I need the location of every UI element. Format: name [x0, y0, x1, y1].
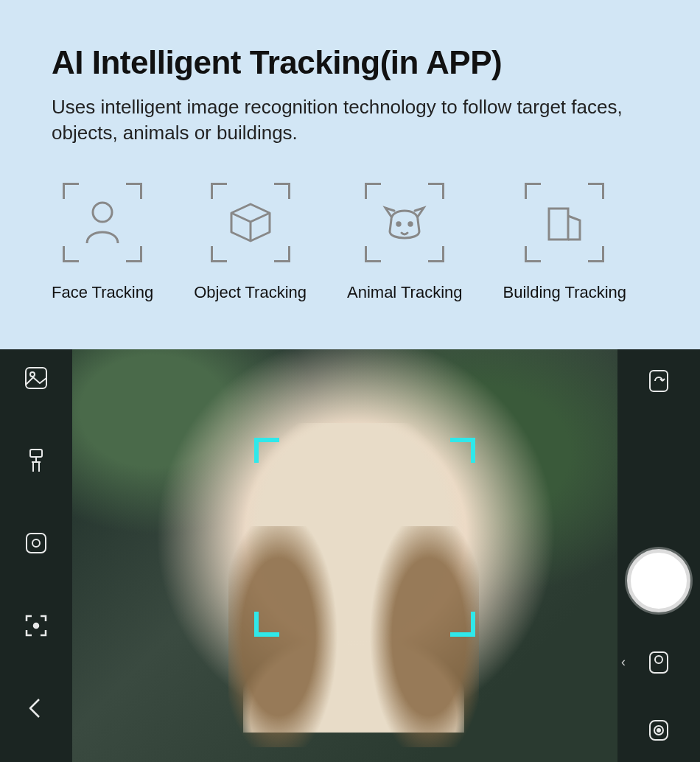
feature-row: Face Tracking Object Tracking — [52, 183, 648, 302]
svg-rect-4 — [26, 368, 46, 388]
switch-camera-icon[interactable]: ‹ — [643, 647, 674, 678]
svg-rect-3 — [549, 209, 568, 240]
gimbal-icon[interactable] — [21, 445, 52, 476]
svg-point-5 — [30, 372, 35, 377]
svg-point-2 — [409, 223, 412, 226]
svg-point-15 — [657, 729, 660, 732]
settings-camera-icon[interactable] — [643, 715, 674, 746]
left-toolbar — [0, 349, 72, 762]
svg-point-12 — [655, 656, 662, 663]
buildings-icon — [525, 183, 604, 262]
right-toolbar: ‹ — [617, 349, 700, 762]
focus-icon[interactable] — [21, 610, 52, 641]
page-description: Uses intelligent image recognition techn… — [52, 94, 626, 146]
svg-point-0 — [93, 203, 112, 222]
feature-label: Face Tracking — [52, 283, 153, 302]
feature-animal-tracking: Animal Tracking — [347, 183, 463, 302]
cube-icon — [211, 183, 290, 262]
lens-icon[interactable] — [21, 528, 52, 559]
svg-rect-6 — [30, 450, 42, 457]
shutter-button[interactable] — [627, 549, 690, 612]
feature-object-tracking: Object Tracking — [194, 183, 307, 302]
dog-icon — [365, 183, 444, 262]
feature-label: Building Tracking — [503, 283, 627, 302]
svg-rect-7 — [27, 534, 46, 553]
svg-point-1 — [397, 223, 400, 226]
camera-app-view: ‹ — [0, 349, 700, 762]
person-icon — [63, 183, 142, 262]
svg-point-9 — [34, 623, 38, 628]
feature-building-tracking: Building Tracking — [503, 183, 627, 302]
chevron-left-icon[interactable]: ‹ — [621, 654, 639, 670]
tracking-reticle — [254, 438, 475, 637]
svg-point-8 — [32, 539, 40, 547]
gallery-icon[interactable] — [21, 363, 52, 394]
page-title: AI Intelligent Tracking(in APP) — [52, 44, 648, 81]
feature-label: Object Tracking — [194, 283, 307, 302]
feature-face-tracking: Face Tracking — [52, 183, 153, 302]
back-icon[interactable] — [21, 693, 52, 724]
rotate-icon[interactable] — [643, 366, 674, 396]
feature-label: Animal Tracking — [347, 283, 463, 302]
svg-rect-10 — [650, 371, 668, 391]
info-panel: AI Intelligent Tracking(in APP) Uses int… — [0, 0, 700, 349]
